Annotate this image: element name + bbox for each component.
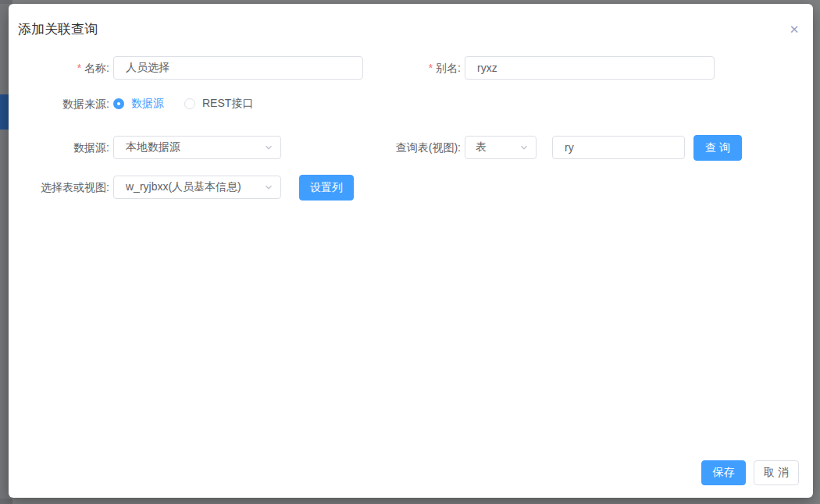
chevron-down-icon xyxy=(264,143,273,152)
name-input[interactable] xyxy=(113,56,363,80)
background-topbar-corner xyxy=(0,0,12,4)
table-type-select-value: 表 xyxy=(476,140,487,154)
radio-option-datasource[interactable]: 数据源 xyxy=(113,97,164,111)
datasource-select[interactable]: 本地数据源 xyxy=(113,136,281,159)
add-related-query-dialog: 添加关联查询 ✕ *名称: *别名: 数据来源: 数据源 REST接口 数据源: xyxy=(9,4,813,498)
radio-option-label: REST接口 xyxy=(202,97,253,111)
search-button[interactable]: 查 询 xyxy=(693,135,742,161)
screen: 添加关联查询 ✕ *名称: *别名: 数据来源: 数据源 REST接口 数据源: xyxy=(0,0,820,504)
close-button[interactable]: ✕ xyxy=(783,19,805,41)
save-button[interactable]: 保存 xyxy=(701,460,746,485)
radio-option-rest-api[interactable]: REST接口 xyxy=(184,97,253,111)
data-origin-radio-group: 数据源 REST接口 xyxy=(113,92,253,115)
table-keyword-input[interactable] xyxy=(552,136,685,159)
table-select-label: 选择表或视图: xyxy=(9,176,109,199)
radio-unselected-icon xyxy=(184,98,195,109)
datasource-label: 数据源: xyxy=(9,136,109,159)
background-sidebar-active-item xyxy=(0,94,9,130)
chevron-down-icon xyxy=(264,183,273,192)
data-origin-label: 数据来源: xyxy=(9,92,109,115)
radio-option-label: 数据源 xyxy=(131,97,164,111)
alias-label: *别名: xyxy=(360,56,461,80)
background-bottom-corner xyxy=(0,499,12,504)
set-columns-button[interactable]: 设置列 xyxy=(299,175,354,201)
table-select[interactable]: w_ryjbxx(人员基本信息) xyxy=(113,176,281,199)
chevron-down-icon xyxy=(519,143,529,152)
query-table-label: 查询表(视图): xyxy=(337,136,461,159)
required-asterisk: * xyxy=(77,62,81,74)
dialog-title: 添加关联查询 xyxy=(18,20,98,38)
table-type-select[interactable]: 表 xyxy=(465,136,537,159)
table-select-value: w_ryjbxx(人员基本信息) xyxy=(126,180,241,194)
alias-input[interactable] xyxy=(465,56,715,80)
name-label: *名称: xyxy=(9,56,109,80)
background-sidebar xyxy=(0,0,9,504)
datasource-select-value: 本地数据源 xyxy=(126,140,180,154)
close-icon: ✕ xyxy=(790,23,800,36)
radio-selected-icon xyxy=(113,98,124,109)
required-asterisk: * xyxy=(429,62,433,74)
cancel-button[interactable]: 取 消 xyxy=(754,460,799,485)
